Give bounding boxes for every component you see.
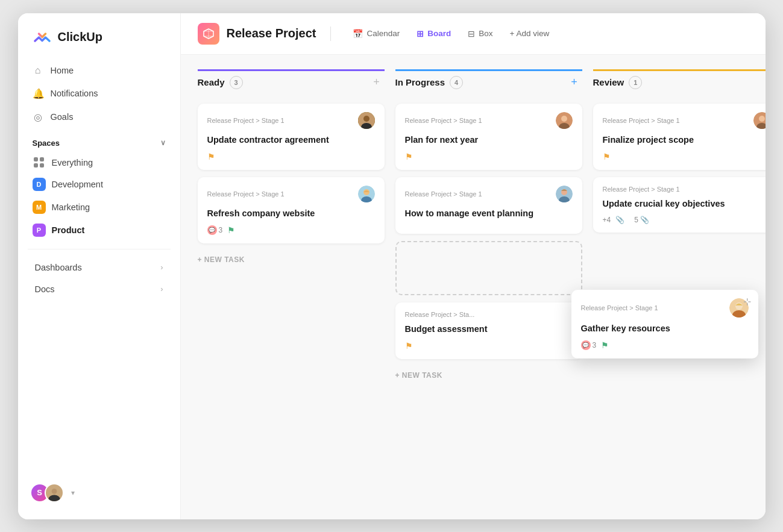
floating-card-meta: Release Project > Stage 1 [581,298,749,318]
attachment-extra: +4 [603,216,611,224]
column-in-progress: In Progress 4 + Release Project > Stage … [395,69,582,385]
card-meta-3: Release Project > Stage 1 [405,112,573,129]
floating-card[interactable]: ⊹ Release Project > Stage 1 Gather key r… [571,290,758,358]
sidebar-item-product[interactable]: P Product [25,219,173,242]
person1-avatar [358,112,375,129]
flag-orange-icon-5: ⚑ [405,341,413,351]
calendar-icon: 📅 [353,29,363,39]
card-meta-4: Release Project > Stage 1 [405,186,573,202]
view-tabs: 📅 Calendar ⊞ Board ⊟ Box + Add view [345,25,556,42]
card-avatar-3 [556,112,573,129]
column-title-review: Review [593,77,624,87]
svg-point-4 [363,116,369,122]
column-add-ready[interactable]: + [369,75,385,90]
development-dot: D [33,178,46,191]
comment-count-2: 3 [219,226,223,234]
card-meta-6: Release Project > Stage 1 [603,112,766,129]
card-title-4: How to manage event planning [405,207,573,219]
new-task-ready[interactable]: + NEW TASK [198,251,385,269]
docs-chevron-icon: › [160,284,163,293]
dashboards-label: Dashboards [35,263,82,272]
app-window: ClickUp ⌂ Home 🔔 Notifications ◎ Goals S… [18,13,766,519]
user-profile-area[interactable]: S ▾ [18,476,180,510]
task-card-3[interactable]: Release Project > Stage 1 Plan for next … [395,104,582,170]
card-avatar-4 [556,186,573,202]
card-meta-5: Release Project > Sta... [405,311,573,318]
project-title-area: Release Project [198,23,316,45]
sidebar-item-label-everything: Everything [52,158,93,167]
card-meta-2: Release Project > Stage 1 [207,186,375,202]
sidebar-item-dashboards[interactable]: Dashboards › [20,257,178,278]
sidebar-item-home[interactable]: ⌂ Home [25,59,173,82]
sidebar-item-label-marketing: Marketing [52,202,90,212]
sidebar-item-goals[interactable]: ◎ Goals [25,105,173,129]
sidebar-item-label-goals: Goals [51,112,74,122]
user-avatar-photo [45,483,64,502]
add-view-button[interactable]: + Add view [503,25,557,42]
task-card-7[interactable]: Release Project > Stage 1 Update crucial… [593,177,766,233]
floating-comment-icon: 💬 [581,340,591,350]
card-footer-7: +4 📎 5 📎 [603,216,766,224]
new-task-in-progress[interactable]: + NEW TASK [395,366,582,384]
spaces-section-label: Spaces ∨ [18,129,180,152]
floating-comment-badge: 💬 3 [581,340,597,350]
flag-orange-icon-3: ⚑ [405,152,413,161]
card-avatar-1 [358,112,375,129]
card-meta-1: Release Project > Stage 1 [207,112,375,129]
spaces-chevron-icon[interactable]: ∨ [160,139,166,147]
column-ready: Ready 3 + Release Project > Stage 1 [198,69,385,269]
sidebar-item-development[interactable]: D Development [25,173,173,196]
task-card-6[interactable]: Release Project > Stage 1 Finalize proje… [593,104,766,170]
person2-avatar [358,186,375,202]
column-count-in-progress: 4 [450,76,463,89]
card-title-7: Update crucial key objectives [603,198,766,210]
task-card-2[interactable]: Release Project > Stage 1 Refresh compan… [198,177,385,243]
comment-icon-2: 💬 [207,225,217,235]
card-footer-2: 💬 3 ⚑ [207,225,375,235]
grid-icon [34,157,45,168]
sidebar: ClickUp ⌂ Home 🔔 Notifications ◎ Goals S… [18,13,181,519]
sidebar-item-label-notifications: Notifications [51,89,98,98]
product-dot: P [33,224,46,237]
task-card-5[interactable]: Release Project > Sta... Budget assessme… [395,302,582,359]
sidebar-item-docs[interactable]: Docs › [20,278,178,300]
floating-card-title: Gather key resources [581,322,749,334]
app-name: ClickUp [58,30,102,44]
sidebar-item-label-product: Product [52,225,85,235]
sidebar-item-notifications[interactable]: 🔔 Notifications [25,82,173,105]
tab-calendar[interactable]: 📅 Calendar [345,25,407,42]
column-add-in-progress[interactable]: + [567,75,582,90]
svg-point-1 [48,495,60,502]
floating-card-footer: 💬 3 ⚑ [581,340,749,350]
card-title-1: Update contractor agreement [207,134,375,146]
sidebar-item-marketing[interactable]: M Marketing [25,196,173,219]
flag-orange-icon-1: ⚑ [207,152,215,161]
cube-icon [203,28,215,40]
marketing-dot: M [33,201,46,214]
floating-flag-icon: ⚑ [601,340,609,350]
flag-orange-icon-6: ⚑ [603,152,611,161]
task-card-1[interactable]: Release Project > Stage 1 Update contrac… [198,104,385,170]
avatar-stack: S [30,483,64,502]
task-card-4[interactable]: Release Project > Stage 1 How to manage … [395,177,582,234]
card-avatar-2 [358,186,375,202]
card-footer-3: ⚑ [405,152,573,161]
column-header-review: Review 1 + [593,69,766,96]
column-header-in-progress: In Progress 4 + [395,69,582,96]
home-icon: ⌂ [33,65,43,76]
person6-avatar [753,112,766,129]
user-face-icon [46,483,63,502]
target-icon: ◎ [33,111,43,123]
tab-box[interactable]: ⊟ Box [461,25,500,42]
drag-handle-icon: ⊹ [743,296,751,307]
column-review: Review 1 + Release Project > Stage 1 [593,69,766,233]
column-add-review[interactable]: + [764,75,766,90]
column-count-ready: 3 [230,76,243,89]
tab-board[interactable]: ⊞ Board [409,25,458,42]
sidebar-item-everything[interactable]: Everything [25,152,173,173]
attachment-count-right: 5 📎 [634,216,649,224]
column-count-review: 1 [629,76,642,89]
sidebar-nav: ⌂ Home 🔔 Notifications ◎ Goals [18,59,180,129]
column-title-ready: Ready [198,77,225,87]
flag-green-icon-2: ⚑ [227,225,235,235]
